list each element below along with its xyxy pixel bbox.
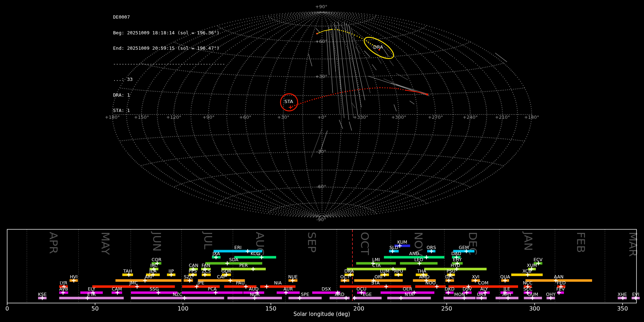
end-time-line: End: 20251009 20:59:15 (sol = 196.47°) (113, 46, 225, 51)
meteor-observation-screen: DE0007 Beg: 20251009 18:18:14 (sol = 196… (0, 0, 644, 322)
count-unassociated: ...: 33 (113, 77, 225, 82)
header-divider: ---------------------------------------- (113, 62, 225, 67)
shower-activity-timeline-canvas (0, 225, 644, 322)
station-id: DE0007 (113, 15, 225, 20)
observation-header: DE0007 Beg: 20251009 18:18:14 (sol = 196… (113, 4, 225, 124)
count-sta: STA: 1 (113, 108, 225, 113)
radiant-sky-map-canvas (0, 0, 644, 225)
begin-time-line: Beg: 20251009 18:18:14 (sol = 196.36°) (113, 30, 225, 36)
count-dra: DRA: 1 (113, 93, 225, 98)
